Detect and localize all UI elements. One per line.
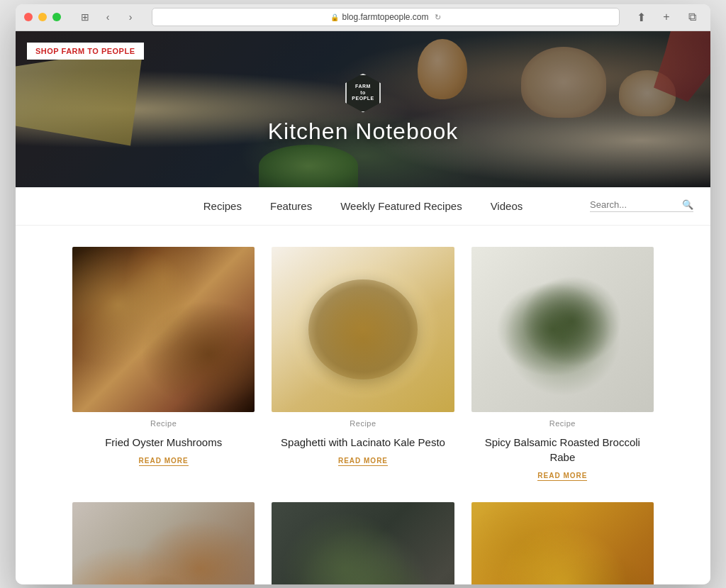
sidebar-toggle-button[interactable]: ⊞ xyxy=(75,7,95,27)
page-content: SHOP FARM TO PEOPLE FARM to PEOPLE Kitch… xyxy=(16,31,710,584)
food-image-oyster xyxy=(72,247,255,413)
recipe-card-6[interactable] xyxy=(471,502,654,584)
site-tagline: Kitchen Notebook xyxy=(268,118,459,145)
logo-text: FARM to PEOPLE xyxy=(352,84,374,101)
browser-titlebar: ⊞ ‹ › 🔒 blog.farmtopeople.com ↻ ⬆ + ⧉ xyxy=(16,4,710,31)
forward-button[interactable]: › xyxy=(121,7,140,27)
read-more-1[interactable]: READ MORE xyxy=(139,457,189,466)
recipe-image-1 xyxy=(72,247,255,413)
address-text: blog.farmtopeople.com xyxy=(342,12,428,22)
search-icon: 🔍 xyxy=(682,199,693,210)
recipe-row-2 xyxy=(72,502,654,584)
recipe-row-1: Recipe Fried Oyster Mushrooms READ MORE … xyxy=(72,247,654,482)
food-image-curry xyxy=(471,502,654,584)
share-button[interactable]: ⬆ xyxy=(631,7,651,27)
search-form[interactable]: 🔍 xyxy=(590,199,693,212)
recipe-category-3: Recipe xyxy=(549,419,576,428)
food-image-salad xyxy=(272,502,454,584)
recipe-category-2: Recipe xyxy=(350,419,376,428)
close-dot[interactable] xyxy=(24,13,33,21)
recipe-title-3: Spicy Balsamic Roasted Broccoli Rabe xyxy=(471,435,654,465)
recipe-card-5[interactable] xyxy=(272,502,454,584)
recipe-category-1: Recipe xyxy=(150,419,177,428)
maximize-dot[interactable] xyxy=(52,13,61,21)
minimize-dot[interactable] xyxy=(38,13,47,21)
recipe-image-3 xyxy=(471,247,654,413)
search-input[interactable] xyxy=(590,199,682,210)
read-more-2[interactable]: READ MORE xyxy=(338,457,388,466)
recipe-image-2 xyxy=(272,247,454,413)
tabs-button[interactable]: ⧉ xyxy=(682,7,702,27)
recipe-title-1: Fried Oyster Mushrooms xyxy=(105,435,222,450)
back-button[interactable]: ‹ xyxy=(98,7,118,27)
lock-icon: 🔒 xyxy=(330,13,339,21)
new-tab-button[interactable]: + xyxy=(657,7,676,27)
recipe-image-6 xyxy=(471,502,654,584)
hero-center: FARM to PEOPLE Kitchen Notebook xyxy=(16,31,710,187)
nav-item-recipes[interactable]: Recipes xyxy=(203,200,242,212)
read-more-3[interactable]: READ MORE xyxy=(537,472,587,481)
nav-item-videos[interactable]: Videos xyxy=(491,200,523,212)
nav-item-features[interactable]: Features xyxy=(270,200,312,212)
food-image-broccoli xyxy=(471,247,654,413)
food-image-stew xyxy=(72,502,255,584)
browser-nav-group: ⊞ ‹ › xyxy=(72,7,140,27)
site-logo: FARM to PEOPLE xyxy=(345,74,381,113)
recipe-card-3[interactable]: Recipe Spicy Balsamic Roasted Broccoli R… xyxy=(471,247,654,482)
recipe-card-2[interactable]: Recipe Spaghetti with Lacinato Kale Pest… xyxy=(272,247,454,482)
recipe-card-4[interactable] xyxy=(72,502,255,584)
recipe-title-2: Spaghetti with Lacinato Kale Pesto xyxy=(281,435,445,450)
recipe-image-4 xyxy=(72,502,255,584)
browser-window: ⊞ ‹ › 🔒 blog.farmtopeople.com ↻ ⬆ + ⧉ SH… xyxy=(16,4,710,584)
hero-banner: SHOP FARM TO PEOPLE FARM to PEOPLE Kitch… xyxy=(16,31,710,187)
site-navigation: Recipes Features Weekly Featured Recipes… xyxy=(16,187,710,226)
food-image-spaghetti xyxy=(272,247,454,413)
recipe-image-5 xyxy=(272,502,454,584)
address-bar[interactable]: 🔒 blog.farmtopeople.com ↻ xyxy=(152,8,620,26)
browser-actions: ⬆ + ⧉ xyxy=(631,7,702,27)
refresh-icon[interactable]: ↻ xyxy=(435,13,441,22)
recipe-grid: Recipe Fried Oyster Mushrooms READ MORE … xyxy=(16,226,710,584)
recipe-card-1[interactable]: Recipe Fried Oyster Mushrooms READ MORE xyxy=(72,247,255,482)
nav-item-weekly[interactable]: Weekly Featured Recipes xyxy=(340,200,462,212)
